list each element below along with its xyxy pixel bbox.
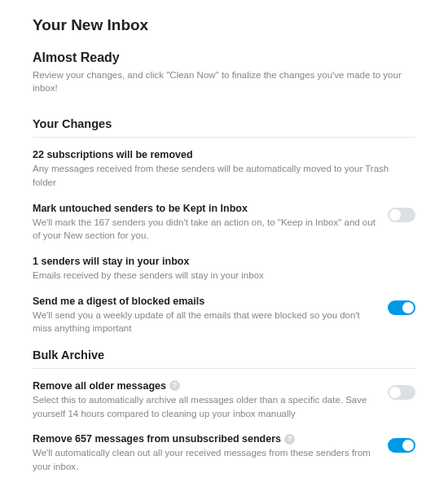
- change-item-mark-untouched: Mark untouched senders to be Kept in Inb…: [33, 203, 415, 243]
- change-item-desc: We'll mark the 167 senders you didn't ta…: [33, 216, 378, 243]
- toggle-digest[interactable]: [388, 300, 415, 315]
- toggle-remove-unsubscribed[interactable]: [388, 438, 415, 453]
- almost-ready-heading: Almost Ready: [33, 50, 415, 65]
- help-icon[interactable]: ?: [169, 380, 180, 391]
- bulk-item-older-messages: Remove all older messages ? Select this …: [33, 380, 415, 420]
- page-title: Your New Inbox: [33, 16, 415, 34]
- change-item-desc: Emails received by these senders will st…: [33, 269, 406, 283]
- almost-ready-subtitle: Review your changes, and click "Clean No…: [33, 68, 415, 94]
- change-item-digest: Send me a digest of blocked emails We'll…: [33, 296, 415, 335]
- bulk-archive-heading: Bulk Archive: [33, 348, 415, 369]
- bulk-item-title: Remove 657 messages from unsubscribed se…: [33, 433, 378, 445]
- change-item-title: 1 senders will stay in your inbox: [33, 256, 406, 267]
- help-icon[interactable]: ?: [284, 434, 295, 445]
- toggle-remove-older[interactable]: [388, 385, 415, 400]
- bulk-item-desc: We'll automatically clean out all your r…: [33, 446, 378, 473]
- change-item-subscriptions-removed: 22 subscriptions will be removed Any mes…: [33, 149, 415, 189]
- change-item-title: Mark untouched senders to be Kept in Inb…: [33, 203, 378, 214]
- bulk-item-unsubscribed: Remove 657 messages from unsubscribed se…: [33, 433, 415, 473]
- change-item-desc: Any messages received from these senders…: [33, 162, 406, 189]
- bulk-item-desc: Select this to automatically archive all…: [33, 393, 378, 420]
- change-item-title: Send me a digest of blocked emails: [33, 296, 378, 307]
- bulk-item-title-text: Remove 657 messages from unsubscribed se…: [33, 433, 281, 445]
- toggle-mark-untouched[interactable]: [388, 208, 415, 222]
- bulk-item-title-text: Remove all older messages: [33, 380, 166, 392]
- your-changes-heading: Your Changes: [33, 117, 415, 138]
- change-item-desc: We'll send you a weekly update of all th…: [33, 309, 378, 335]
- change-item-title: 22 subscriptions will be removed: [33, 149, 406, 160]
- change-item-stay-inbox: 1 senders will stay in your inbox Emails…: [33, 256, 415, 283]
- bulk-item-title: Remove all older messages ?: [33, 380, 378, 392]
